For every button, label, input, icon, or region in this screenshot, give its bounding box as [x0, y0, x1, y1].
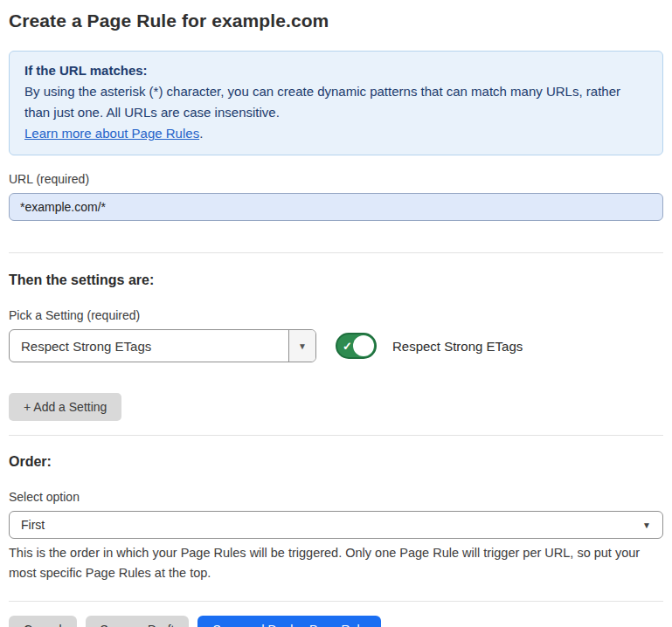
url-field-label: URL (required) — [9, 172, 663, 186]
divider — [9, 252, 663, 253]
save-and-deploy-button[interactable]: Save and Deploy Page Rule — [197, 616, 381, 627]
divider — [9, 435, 663, 436]
setting-row: Respect Strong ETags ▼ ✓ Respect Strong … — [9, 329, 663, 362]
order-select[interactable]: First ▼ — [9, 511, 663, 539]
settings-section-heading: Then the settings are: — [9, 272, 663, 288]
learn-more-link[interactable]: Learn more about Page Rules — [24, 126, 199, 141]
setting-select[interactable]: Respect Strong ETags ▼ — [9, 329, 316, 362]
link-suffix: . — [199, 126, 203, 141]
toggle-knob — [353, 335, 374, 356]
url-input[interactable] — [9, 193, 663, 221]
order-select-label: Select option — [9, 490, 663, 504]
add-setting-button[interactable]: + Add a Setting — [9, 393, 121, 421]
info-box-body: By using the asterisk (*) character, you… — [24, 81, 648, 123]
order-section-heading: Order: — [9, 454, 663, 470]
save-as-draft-button[interactable]: Save as Draft — [86, 616, 190, 627]
actions-row: Cancel Save as Draft Save and Deploy Pag… — [9, 616, 663, 627]
chevron-down-icon: ▼ — [298, 341, 307, 351]
page-title: Create a Page Rule for example.com — [9, 10, 663, 31]
toggle-wrap: ✓ Respect Strong ETags — [336, 333, 523, 359]
setting-select-arrow-segment[interactable]: ▼ — [288, 330, 315, 362]
chevron-down-icon: ▼ — [642, 520, 651, 530]
check-icon: ✓ — [343, 341, 352, 352]
order-help-text: This is the order in which your Page Rul… — [9, 543, 663, 583]
toggle-label: Respect Strong ETags — [392, 339, 523, 354]
cancel-button[interactable]: Cancel — [9, 616, 77, 627]
order-select-value: First — [21, 518, 642, 532]
info-box-heading: If the URL matches: — [24, 60, 648, 81]
divider — [9, 601, 663, 602]
pick-setting-label: Pick a Setting (required) — [9, 308, 663, 322]
info-box-link-line: Learn more about Page Rules. — [24, 123, 648, 144]
setting-toggle[interactable]: ✓ — [336, 333, 377, 359]
setting-select-value: Respect Strong ETags — [10, 330, 288, 362]
url-match-info-box: If the URL matches: By using the asteris… — [9, 51, 663, 155]
